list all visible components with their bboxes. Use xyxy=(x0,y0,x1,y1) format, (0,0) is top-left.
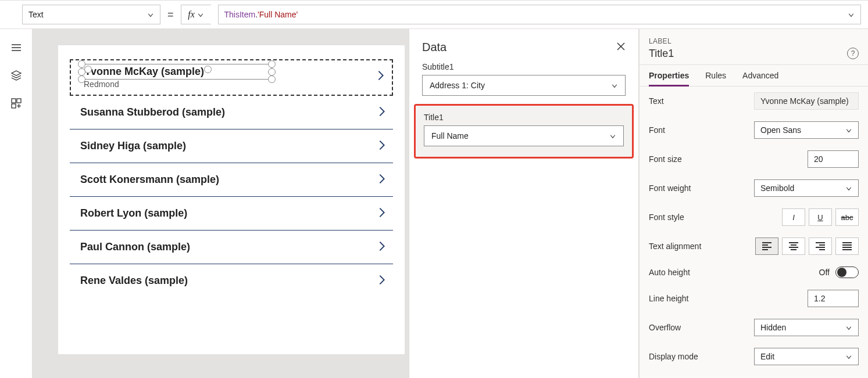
title-field-value: Full Name xyxy=(431,131,469,141)
chevron-down-icon xyxy=(845,185,852,192)
chevron-down-icon xyxy=(845,324,852,331)
prop-autoheight-label: Auto height xyxy=(649,268,690,277)
gallery-item[interactable]: Robert Lyon (sample) xyxy=(70,197,393,231)
chevron-right-icon[interactable] xyxy=(376,105,388,120)
data-pane-title: Data xyxy=(422,41,446,54)
title-field-label: Title1 xyxy=(424,113,624,122)
chevron-down-icon xyxy=(147,11,154,18)
svg-rect-5 xyxy=(17,99,21,103)
property-selector[interactable]: Text xyxy=(22,5,160,24)
chevron-right-icon[interactable] xyxy=(376,172,388,187)
gallery-item[interactable]: Paul Cannon (sample) xyxy=(70,231,393,264)
fontstyle-underline-button[interactable]: U xyxy=(809,208,832,226)
chevron-right-icon[interactable] xyxy=(376,139,388,153)
subtitle-field-label: Subtitle1 xyxy=(422,62,626,71)
item-title: Robert Lyon (sample) xyxy=(80,207,187,219)
workspace: Yvonne McKay (sample) Redmond Susanna St… xyxy=(0,29,868,378)
prop-overflow-label: Overflow xyxy=(649,323,681,332)
tab-advanced[interactable]: Advanced xyxy=(742,65,778,86)
prop-text-label: Text xyxy=(649,96,664,106)
prop-displaymode-label: Display mode xyxy=(649,352,698,361)
prop-fontsize-input[interactable]: 20 xyxy=(808,150,859,168)
gallery-item[interactable]: Rene Valdes (sample) xyxy=(70,264,393,297)
item-title: Susanna Stubberod (sample) xyxy=(80,106,225,118)
formula-expression: ThisItem.'Full Name' xyxy=(224,10,298,19)
prop-overflow-select[interactable]: Hidden xyxy=(754,319,859,336)
prop-fontsize-label: Font size xyxy=(649,154,682,164)
gallery-item-selected[interactable]: Yvonne McKay (sample) Redmond xyxy=(70,59,393,96)
chevron-right-icon[interactable] xyxy=(374,69,387,84)
equals-label: = xyxy=(167,9,174,21)
components-icon[interactable] xyxy=(10,98,22,109)
title-field-block-highlight: Title1 Full Name xyxy=(414,104,634,159)
autoheight-toggle[interactable] xyxy=(835,267,859,278)
subtitle-field-block: Subtitle1 Address 1: City xyxy=(409,62,638,104)
selected-title-box[interactable]: Yvonne McKay (sample) xyxy=(81,64,272,80)
chevron-down-icon xyxy=(197,11,204,18)
align-right-button[interactable] xyxy=(809,237,832,255)
item-title: Rene Valdes (sample) xyxy=(80,275,188,287)
properties-pane: LABEL Title1 ? Properties Rules Advanced… xyxy=(639,29,868,378)
chevron-down-icon xyxy=(611,82,618,89)
formula-bar: Text = fx ThisItem.'Full Name' xyxy=(0,0,868,29)
tab-rules[interactable]: Rules xyxy=(705,65,726,86)
prop-lineheight-label: Line height xyxy=(649,294,689,303)
prop-autoheight-value: Off xyxy=(819,268,830,277)
chevron-down-icon xyxy=(845,353,852,360)
prop-displaymode-select[interactable]: Edit xyxy=(754,348,859,365)
fontstyle-italic-button[interactable]: I xyxy=(782,208,805,226)
chevron-down-icon xyxy=(845,127,852,134)
selected-type: LABEL xyxy=(649,37,859,45)
align-justify-button[interactable] xyxy=(835,237,859,255)
chevron-right-icon[interactable] xyxy=(376,240,388,254)
item-title: Sidney Higa (sample) xyxy=(80,140,186,152)
selected-name: Title1 xyxy=(649,48,859,60)
gallery-item[interactable]: Susanna Stubberod (sample) xyxy=(70,96,393,129)
svg-rect-6 xyxy=(12,104,16,108)
item-title: Paul Cannon (sample) xyxy=(80,241,190,253)
title-field-select[interactable]: Full Name xyxy=(424,125,624,146)
tab-properties[interactable]: Properties xyxy=(649,65,689,86)
prop-fontweight-label: Font weight xyxy=(649,183,691,193)
close-icon[interactable] xyxy=(616,42,626,53)
prop-align-label: Text alignment xyxy=(649,242,701,251)
property-selector-label: Text xyxy=(28,10,44,19)
subtitle-field-select[interactable]: Address 1: City xyxy=(422,75,626,96)
chevron-down-icon xyxy=(848,11,855,18)
prop-font-label: Font xyxy=(649,125,665,135)
svg-rect-4 xyxy=(12,99,16,103)
fx-button[interactable]: fx xyxy=(181,5,211,24)
screen-canvas[interactable]: Yvonne McKay (sample) Redmond Susanna St… xyxy=(58,45,405,354)
prop-text-value[interactable]: Yvonne McKay (sample) xyxy=(754,92,859,110)
subtitle-field-value: Address 1: City xyxy=(430,81,485,90)
layers-icon[interactable] xyxy=(10,70,22,81)
canvas-area: Yvonne McKay (sample) Redmond Susanna St… xyxy=(33,29,639,378)
fontstyle-strike-button[interactable]: abc xyxy=(835,208,859,226)
prop-font-select[interactable]: Open Sans xyxy=(754,121,859,139)
hamburger-icon[interactable] xyxy=(10,42,22,53)
align-left-button[interactable] xyxy=(755,237,778,255)
fx-label: fx xyxy=(188,9,195,20)
gallery-item[interactable]: Sidney Higa (sample) xyxy=(70,129,393,163)
formula-input[interactable]: ThisItem.'Full Name' xyxy=(218,5,861,24)
chevron-down-icon xyxy=(609,132,616,139)
prop-lineheight-input[interactable]: 1.2 xyxy=(808,290,859,307)
left-rail xyxy=(0,29,33,378)
properties-tabs: Properties Rules Advanced xyxy=(640,65,868,87)
item-title: Scott Konersmann (sample) xyxy=(80,174,219,186)
prop-fontstyle-label: Font style xyxy=(649,213,684,222)
svg-marker-3 xyxy=(12,71,21,75)
chevron-right-icon[interactable] xyxy=(376,206,388,221)
prop-fontweight-select[interactable]: Semibold xyxy=(754,179,859,197)
align-center-button[interactable] xyxy=(782,237,805,255)
item-subtitle: Redmond xyxy=(81,80,272,89)
data-pane: Data Subtitle1 Address 1: City Title1 Fu… xyxy=(409,29,638,378)
help-icon[interactable]: ? xyxy=(847,48,859,59)
gallery-item[interactable]: Scott Konersmann (sample) xyxy=(70,163,393,197)
chevron-right-icon[interactable] xyxy=(376,273,388,288)
